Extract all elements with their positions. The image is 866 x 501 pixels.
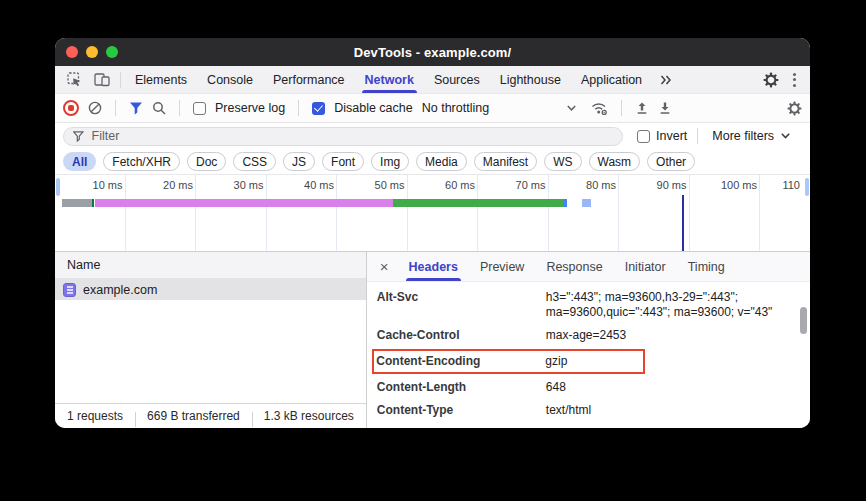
throttling-value: No throttling — [422, 101, 489, 115]
response-header-row[interactable]: Cache-Control max-age=2453 — [367, 324, 810, 347]
resource-type-chip[interactable]: CSS — [233, 152, 276, 171]
resource-type-chip[interactable]: Fetch/XHR — [103, 152, 180, 171]
invert-checkbox[interactable] — [637, 130, 650, 143]
resource-type-chip[interactable]: JS — [283, 152, 315, 171]
devtools-tab-bar: ElementsConsolePerformanceNetworkSources… — [55, 66, 810, 94]
details-tab[interactable]: Headers — [398, 252, 469, 281]
response-header-row[interactable]: Alt-Svc h3=":443"; ma=93600,h3-29=":443"… — [367, 286, 810, 324]
divider — [621, 100, 622, 116]
devtools-panel-tab[interactable]: Console — [197, 66, 263, 93]
response-header-row[interactable]: Content-Encoding gzip — [372, 349, 645, 374]
more-filters-label: More filters — [712, 129, 774, 143]
filter-input[interactable] — [90, 128, 613, 144]
resource-type-filter-row: AllFetch/XHRDocCSSJSFontImgMediaManifest… — [55, 149, 810, 175]
resource-type-chip[interactable]: Media — [416, 152, 467, 171]
record-network-log-button[interactable] — [63, 100, 79, 116]
preserve-log-checkbox[interactable] — [193, 102, 206, 115]
invert-filter[interactable]: Invert — [637, 129, 687, 143]
panel-tabs: ElementsConsolePerformanceNetworkSources… — [125, 66, 652, 93]
resource-type-chip[interactable]: Img — [371, 152, 409, 171]
title-bar[interactable]: DevTools - example.com/ — [55, 38, 810, 66]
overview-right-handle[interactable] — [805, 178, 809, 196]
zoom-window-button[interactable] — [106, 46, 118, 58]
details-tab[interactable]: Preview — [469, 252, 535, 281]
header-name: Content-Type — [377, 403, 546, 418]
network-conditions-icon[interactable] — [591, 101, 608, 116]
details-tab[interactable]: Response — [535, 252, 613, 281]
document-type-icon — [63, 283, 76, 297]
header-value: gzip — [545, 354, 643, 369]
overview-left-handle[interactable] — [56, 178, 60, 196]
response-header-row[interactable]: Content-Length 648 — [367, 376, 810, 399]
details-tabs: HeadersPreviewResponseInitiatorTiming — [398, 252, 736, 281]
tab-bar-right-controls — [763, 66, 804, 93]
window-title: DevTools - example.com/ — [55, 45, 810, 60]
invert-label: Invert — [656, 129, 687, 143]
filter-row: Invert More filters — [55, 123, 810, 149]
queueing-segment — [62, 199, 92, 207]
filter-input-container[interactable] — [63, 127, 623, 146]
network-toolbar: Preserve log Disable cache No throttling — [55, 94, 810, 123]
name-column-header[interactable]: Name — [55, 252, 366, 279]
minimize-window-button[interactable] — [86, 46, 98, 58]
search-icon[interactable] — [152, 101, 166, 115]
header-value: text/html — [546, 403, 800, 418]
traffic-lights — [66, 46, 118, 58]
clear-network-log-icon[interactable] — [88, 101, 102, 115]
inspect-element-icon[interactable] — [61, 66, 88, 93]
timeline-tick-label: 70 ms — [478, 175, 549, 195]
divider — [179, 100, 180, 116]
response-header-row[interactable]: Content-Type text/html — [367, 399, 810, 422]
network-overview-timeline[interactable]: 10 ms20 ms30 ms40 ms50 ms60 ms70 ms80 ms… — [55, 175, 810, 252]
timeline-tick-label: 10 ms — [55, 175, 126, 195]
network-status-bar: 1 requests669 B transferred1.3 kB resour… — [55, 403, 366, 428]
import-har-icon[interactable] — [635, 101, 649, 115]
load-event-line — [682, 195, 684, 251]
resource-type-chip[interactable]: All — [63, 152, 96, 171]
resource-type-chip[interactable]: Other — [647, 152, 695, 171]
disable-cache-label[interactable]: Disable cache — [334, 101, 413, 115]
status-bar-item: 669 B transferred — [135, 409, 252, 423]
resource-type-chip[interactable]: Doc — [187, 152, 226, 171]
details-tab[interactable]: Timing — [677, 252, 736, 281]
devtools-panel-tab[interactable]: Network — [355, 66, 424, 93]
devtools-panel-tab[interactable]: Application — [571, 66, 652, 93]
resource-type-chip[interactable]: WS — [544, 152, 581, 171]
disable-cache-checkbox[interactable] — [312, 102, 325, 115]
network-settings-gear-icon[interactable] — [787, 101, 802, 116]
close-details-icon[interactable]: × — [371, 252, 398, 281]
export-har-icon[interactable] — [658, 101, 672, 115]
header-value: h3=":443"; ma=93600,h3-29=":443"; ma=936… — [546, 290, 800, 320]
throttling-dropdown[interactable]: No throttling — [422, 101, 576, 115]
request-rows: example.com — [55, 279, 366, 403]
request-row[interactable]: example.com — [55, 279, 366, 300]
more-filters-dropdown[interactable]: More filters — [708, 129, 794, 143]
devtools-panel-tab[interactable]: Lighthouse — [490, 66, 571, 93]
waiting-segment — [95, 199, 394, 207]
more-tabs-button[interactable] — [652, 66, 680, 93]
resource-type-chip[interactable]: Font — [322, 152, 364, 171]
device-toolbar-icon[interactable] — [88, 66, 116, 93]
chevron-down-icon — [781, 133, 790, 139]
filter-toggle-icon[interactable] — [129, 102, 143, 115]
divider — [115, 100, 116, 116]
customize-devtools-menu-icon[interactable] — [789, 73, 800, 87]
settings-gear-icon[interactable] — [763, 72, 779, 88]
devtools-panel-tab[interactable]: Performance — [263, 66, 355, 93]
divider — [120, 72, 121, 88]
timeline-tick-label: 80 ms — [549, 175, 620, 195]
status-bar-item: 1.3 kB resources — [252, 409, 366, 423]
requests-panel: Name example.com 1 requests669 B transfe… — [55, 252, 367, 428]
resource-type-chip[interactable]: Manifest — [474, 152, 537, 171]
devtools-panel-tab[interactable]: Elements — [125, 66, 197, 93]
preserve-log-label[interactable]: Preserve log — [215, 101, 285, 115]
details-scrollbar-thumb[interactable] — [800, 307, 807, 334]
chevron-down-icon — [567, 105, 576, 111]
devtools-panel-tab[interactable]: Sources — [424, 66, 490, 93]
close-window-button[interactable] — [66, 46, 78, 58]
header-name: Cache-Control — [377, 328, 546, 343]
header-name: Alt-Svc — [377, 290, 546, 320]
resource-type-chip[interactable]: Wasm — [589, 152, 641, 171]
details-tab[interactable]: Initiator — [614, 252, 677, 281]
finish-marker — [563, 199, 568, 207]
